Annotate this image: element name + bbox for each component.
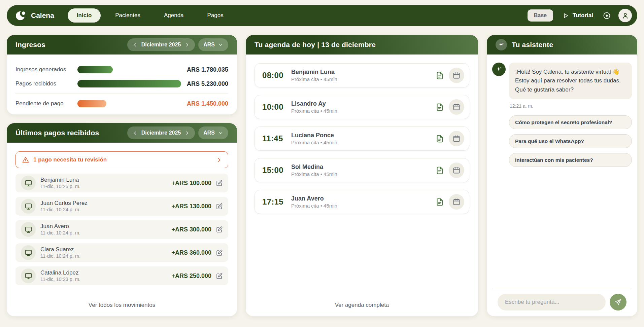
nav-item-agenda[interactable]: Agenda — [155, 8, 193, 23]
assistant-message-row: ¡Hola! Soy Calena, tu asistente virtual … — [492, 63, 632, 172]
calendar-icon[interactable] — [449, 194, 464, 210]
income-header-controls: Diciembre 2025 ARS — [127, 38, 228, 51]
document-icon[interactable] — [436, 71, 444, 80]
income-bar-row: Pendiente de pago ARS 1.450.000 — [15, 94, 228, 111]
edit-icon[interactable] — [216, 203, 223, 210]
appointment-detail: Próxima cita • 45min — [291, 76, 337, 83]
tutorial-label: Tutorial — [573, 12, 593, 19]
month-next-button[interactable] — [184, 130, 190, 136]
appointment-detail: Próxima cita • 45min — [291, 108, 337, 114]
warning-triangle-icon — [22, 156, 29, 164]
appointment-patient-name: Sol Medina — [291, 163, 337, 171]
payment-row: Clara Suarez 11-dic, 10:24 p. m. +ARS 36… — [15, 243, 228, 262]
suggested-question[interactable]: Interactúan con mis pacientes? — [509, 153, 632, 167]
appointment-time: 15:00 — [262, 166, 291, 175]
payment-amount: +ARS 250.000 — [171, 272, 211, 280]
month-prev-button[interactable] — [132, 130, 138, 136]
edit-icon[interactable] — [216, 249, 223, 256]
payment-row: Catalina López 11-dic, 10:23 p. m. +ARS … — [15, 266, 228, 285]
edit-icon[interactable] — [216, 272, 223, 280]
agenda-card-header: Tu agenda de hoy | 13 de diciembre — [246, 35, 478, 54]
appointment-info: Sol Medina Próxima cita • 45min — [291, 163, 337, 177]
agenda-card-body: 08:00 Benjamín Luna Próxima cita • 45min — [246, 54, 478, 316]
income-card-body: Ingresos generados ARS 1.780.035 Pagos r… — [7, 54, 237, 114]
income-bar-row: Ingresos generados ARS 1.780.035 — [15, 63, 228, 77]
question-input[interactable] — [498, 294, 606, 311]
appointment-row: 15:00 Sol Medina Próxima cita • 45min — [255, 158, 469, 182]
appointment-actions — [436, 194, 464, 210]
paper-plane-icon — [614, 298, 622, 306]
monitor-icon — [21, 268, 36, 283]
edit-icon[interactable] — [216, 226, 223, 233]
view-all-payments-link[interactable]: Ver todos los movimientos — [7, 301, 237, 309]
appointment-row: 10:00 Lisandro Ay Próxima cita • 45min — [255, 95, 469, 119]
brand[interactable]: Calena — [15, 9, 54, 22]
month-prev-button[interactable] — [132, 42, 138, 48]
monitor-icon — [21, 245, 36, 260]
payment-right: +ARS 300.000 — [171, 226, 223, 233]
currency-select[interactable]: ARS — [198, 38, 228, 51]
monitor-icon — [21, 199, 36, 214]
chevron-down-icon — [218, 42, 223, 47]
payment-right: +ARS 360.000 — [171, 249, 223, 256]
view-full-agenda-link[interactable]: Ver agenda completa — [255, 301, 469, 309]
calendar-icon[interactable] — [449, 68, 464, 83]
payment-info: Juan Avero 11-dic, 10:24 p. m. — [40, 223, 80, 236]
payment-info: Juan Carlos Perez 11-dic, 10:24 p. m. — [40, 199, 88, 213]
send-button[interactable] — [610, 294, 626, 311]
income-bar — [77, 80, 181, 87]
eye-icon[interactable] — [603, 11, 611, 20]
month-label: Diciembre 2025 — [141, 130, 181, 136]
document-icon[interactable] — [436, 103, 444, 111]
appointment-actions — [436, 68, 464, 83]
payment-amount: +ARS 100.000 — [171, 180, 211, 187]
income-card-title: Ingresos — [15, 41, 45, 49]
chevron-right-icon — [216, 157, 222, 163]
calendar-icon[interactable] — [449, 131, 464, 146]
calendar-icon[interactable] — [449, 99, 464, 115]
payment-right: +ARS 100.000 — [171, 180, 223, 187]
assistant-message-column: ¡Hola! Soy Calena, tu asistente virtual … — [509, 63, 632, 172]
payment-info: Clara Suarez 11-dic, 10:24 p. m. — [40, 246, 80, 259]
appointment-detail: Próxima cita • 45min — [291, 203, 337, 209]
income-bar-track — [77, 100, 181, 107]
calendar-icon[interactable] — [449, 162, 464, 178]
income-card-header: Ingresos Diciembre 2025 ARS — [7, 35, 237, 54]
sparkle-icon — [496, 39, 507, 50]
nav-item-pacientes[interactable]: Pacientes — [106, 8, 149, 23]
month-next-button[interactable] — [184, 42, 190, 48]
appointment-info: Benjamín Luna Próxima cita • 45min — [291, 68, 337, 82]
document-icon[interactable] — [436, 135, 444, 143]
suggested-question[interactable]: Para qué uso el WhatsApp? — [509, 134, 632, 148]
appointment-patient-name: Luciana Ponce — [291, 132, 337, 139]
top-navbar: Calena Inicio Pacientes Agenda Pagos Bas… — [7, 5, 637, 26]
base-button[interactable]: Base — [528, 9, 553, 22]
currency-select[interactable]: ARS — [198, 126, 228, 139]
appointment-info: Luciana Ponce Próxima cita • 45min — [291, 132, 337, 146]
suggested-question[interactable]: Cómo protegen el secreto profesional? — [509, 115, 632, 129]
appointment-time: 17:15 — [262, 197, 291, 207]
document-icon[interactable] — [436, 166, 444, 175]
payments-card: Últimos pagos recibidos Diciembre 2025 A… — [7, 123, 237, 316]
appointment-patient-name: Juan Avero — [291, 195, 337, 203]
assistant-message-bubble: ¡Hola! Soy Calena, tu asistente virtual … — [509, 63, 632, 99]
tutorial-button[interactable]: Tutorial — [561, 12, 595, 19]
user-avatar[interactable] — [618, 9, 632, 22]
appointment-row: 17:15 Juan Avero Próxima cita • 45min — [255, 190, 469, 214]
appointment-actions — [436, 162, 464, 178]
nav-item-inicio[interactable]: Inicio — [68, 8, 101, 23]
income-bar — [77, 100, 106, 107]
payment-amount: +ARS 360.000 — [171, 249, 211, 256]
payment-review-alert[interactable]: 1 pago necesita tu revisión — [15, 151, 228, 168]
appointment-detail: Próxima cita • 45min — [291, 139, 337, 146]
month-label: Diciembre 2025 — [141, 42, 181, 48]
payment-name: Juan Carlos Perez — [40, 199, 88, 207]
income-bar-value: ARS 1.780.035 — [184, 66, 228, 73]
appointment-actions — [436, 131, 464, 146]
appointment-info: Juan Avero Próxima cita • 45min — [291, 195, 337, 209]
edit-icon[interactable] — [216, 180, 223, 187]
nav-item-pagos[interactable]: Pagos — [198, 8, 233, 23]
appointment-patient-name: Lisandro Ay — [291, 100, 337, 108]
document-icon[interactable] — [436, 198, 444, 206]
currency-label: ARS — [203, 130, 215, 136]
